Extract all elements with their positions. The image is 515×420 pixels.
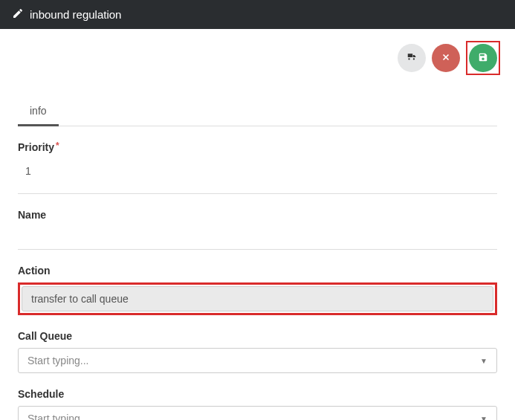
save-button-highlight [466,41,500,75]
form-content: info Priority* 1 Name Action transfer to… [0,97,515,420]
call-queue-placeholder: Start typing... [27,355,88,366]
required-asterisk: * [56,140,59,151]
chevron-down-icon: ▼ [480,357,488,365]
tabs: info [18,97,497,126]
priority-input[interactable]: 1 [18,159,497,183]
chevron-down-icon: ▼ [480,415,488,421]
priority-label: Priority* [18,141,497,153]
toolbar [0,29,515,84]
name-field: Name [18,209,497,250]
schedule-placeholder: Start typing... [27,413,88,420]
action-field: Action transfer to call queue [18,265,497,315]
call-queue-field: Call Queue Start typing... ▼ [18,330,497,373]
schedule-select[interactable]: Start typing... ▼ [18,406,497,420]
cancel-button[interactable] [432,44,460,72]
save-icon [478,52,488,65]
name-label: Name [18,209,497,221]
call-queue-label: Call Queue [18,330,497,342]
save-button[interactable] [469,44,497,72]
page-title: inbound regulation [30,8,121,21]
edit-icon [12,7,24,22]
close-icon [441,52,451,65]
action-select-value: transfer to call queue [31,293,129,305]
action-select[interactable]: transfer to call queue [22,286,493,311]
truck-button[interactable] [398,44,426,72]
tab-info[interactable]: info [18,97,59,126]
action-label: Action [18,265,497,277]
page-header: inbound regulation [0,0,515,29]
action-highlight: transfer to call queue [18,282,497,315]
truck-icon [407,52,417,65]
schedule-field: Schedule Start typing... ▼ [18,388,497,420]
priority-field: Priority* 1 [18,141,497,194]
schedule-label: Schedule [18,388,497,400]
name-input[interactable] [18,227,497,239]
call-queue-select[interactable]: Start typing... ▼ [18,348,497,373]
